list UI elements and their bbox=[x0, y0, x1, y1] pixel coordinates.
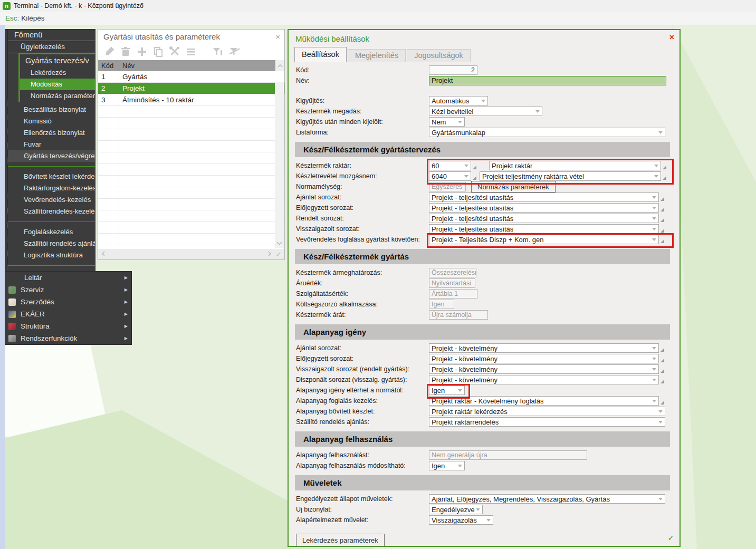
sidebar-item-rendszerfunkciok[interactable]: Rendszerfunkciók ▶ bbox=[5, 332, 131, 344]
kesztermek-megadas-dropdown[interactable]: Kézi bevitellel bbox=[429, 107, 542, 116]
clear-filter-icon[interactable] bbox=[228, 46, 240, 57]
copy-icon[interactable] bbox=[152, 46, 164, 57]
allapot-muveletek-dropdown[interactable]: Ajánlat, Előjegyzés, Megrendelés, Vissza… bbox=[429, 494, 665, 504]
resize-grip-icon[interactable] bbox=[661, 369, 664, 373]
tools-icon[interactable] bbox=[169, 46, 180, 57]
sidebar-item-raktarforgalom[interactable]: Raktárforgalom-kezelés bbox=[8, 182, 95, 194]
delete-icon[interactable] bbox=[120, 46, 131, 57]
sidebar-item-logisztika-struktura[interactable]: Logisztika struktúra bbox=[8, 249, 95, 261]
listaforma-dropdown[interactable]: Gyártásmunkalap bbox=[429, 128, 665, 137]
felhasznalas-modosithato-dropdown[interactable]: Igen bbox=[429, 461, 465, 470]
resize-grip-icon[interactable] bbox=[661, 380, 664, 383]
resize-grip-icon[interactable] bbox=[661, 401, 664, 404]
kigyujtes-dropdown[interactable]: Automatikus bbox=[429, 96, 488, 105]
sidebar-item-ellenorzes-bizonylat[interactable]: Ellenőrzés bizonylat bbox=[8, 127, 95, 139]
kesztermek-raktar-code-dropdown[interactable]: 60 bbox=[429, 161, 471, 170]
kesztermek-arat-field: Újra számolja bbox=[429, 310, 488, 320]
resize-grip-icon[interactable] bbox=[473, 166, 476, 169]
alapanyag-diszponalt-dropdown[interactable]: Projekt - követelmény bbox=[429, 375, 659, 384]
rendelt-sorozat-dropdown[interactable]: Projekt - teljesítési utasítás bbox=[429, 214, 659, 223]
lekerdezes-parameterek-button[interactable]: Lekérdezés paraméterek bbox=[296, 534, 385, 546]
close-icon[interactable]: × bbox=[275, 32, 280, 41]
foglalas-kezeles-dropdown[interactable]: Projekt raktár - Követelmény foglalás bbox=[429, 396, 659, 406]
minden-kijelolt-dropdown[interactable]: Nem bbox=[429, 117, 465, 127]
sidebar-item-szerzodes[interactable]: Szerződés ▶ bbox=[5, 296, 131, 308]
field-label: Késztermék árát: bbox=[296, 311, 429, 319]
mozgasnem-code-dropdown[interactable]: 6040 bbox=[429, 171, 471, 181]
sidebar-item-ugyletkezeles[interactable]: Ügyletkezelés bbox=[8, 41, 95, 53]
table-row[interactable]: 3 Átminősítés - 10 raktár bbox=[98, 94, 284, 106]
sidebar-item-vevorendeles[interactable]: Vevőrendelés-kezelés bbox=[8, 194, 95, 206]
section-header: Kész/Félkésztermék gyártástervezés bbox=[295, 142, 670, 157]
column-header-nev[interactable]: Név bbox=[119, 62, 275, 70]
sidebar-item-lekerdezes[interactable]: Lekérdezés bbox=[20, 67, 95, 79]
ajanlat-sorozat-dropdown[interactable]: Projekt - teljesítési utasítás bbox=[429, 192, 659, 202]
elojegyzett-sorozat-dropdown[interactable]: Projekt - teljesítési utasítás bbox=[429, 203, 659, 213]
sidebar-item-gyartas-tervezes[interactable]: Gyártás tervezés/v bbox=[20, 54, 95, 67]
sidebar-item-struktura[interactable]: Struktúra ▶ bbox=[5, 320, 131, 332]
resize-grip-icon[interactable] bbox=[661, 229, 664, 233]
alapanyag-visszaigazolt-dropdown[interactable]: Projekt - követelmény bbox=[429, 364, 659, 374]
confirm-check-icon[interactable]: ✓ bbox=[667, 533, 674, 543]
sidebar-item-modositas[interactable]: Módosítás bbox=[20, 79, 95, 90]
szallito-rendeles-ajanlas-dropdown[interactable]: Projekt raktárrendelés bbox=[429, 417, 665, 427]
tab-beallitasok[interactable]: Beállítások bbox=[294, 47, 347, 62]
resize-grip-icon[interactable] bbox=[661, 218, 664, 222]
sidebar-item-bovitett-keszlet[interactable]: Bővített készlet lekérde bbox=[8, 171, 95, 182]
vertical-scrollbar[interactable] bbox=[275, 82, 284, 248]
sidebar-item-szerviz[interactable]: Szerviz ▶ bbox=[5, 284, 131, 296]
menu-icon[interactable] bbox=[185, 46, 197, 57]
tab-jogosultsagok[interactable]: Jogosultságok bbox=[407, 49, 471, 62]
vevorendeles-foglalasa-dropdown[interactable]: Projekt - Teljesítés Diszp + Kom. gen bbox=[429, 235, 659, 244]
resize-grip-icon[interactable] bbox=[663, 166, 666, 169]
close-icon[interactable]: × bbox=[669, 33, 674, 42]
resize-grip-icon[interactable] bbox=[473, 176, 476, 180]
table-row-empty bbox=[98, 199, 284, 210]
add-icon[interactable] bbox=[136, 46, 148, 57]
bovitett-keszlet-dropdown[interactable]: Projekt raktár lekérdezés bbox=[429, 407, 665, 416]
sidebar-item-gyartas-tervezes-vegrel[interactable]: Gyártás tervezés/végrel bbox=[8, 150, 95, 162]
table-row[interactable]: 1 Gyártás bbox=[98, 71, 284, 83]
resize-grip-icon[interactable] bbox=[661, 208, 664, 211]
elterhet-normatol-dropdown[interactable]: Igen bbox=[429, 386, 465, 395]
nev-input[interactable]: Projekt bbox=[429, 76, 666, 85]
resize-grip-icon[interactable] bbox=[661, 197, 664, 201]
scroll-right-icon[interactable] bbox=[267, 249, 272, 259]
field-label: Ajánlat sorozat: bbox=[296, 194, 429, 201]
scroll-up-icon[interactable] bbox=[275, 60, 284, 71]
filter-icon[interactable] bbox=[212, 46, 223, 57]
visszaigazolt-sorozat-dropdown[interactable]: Projekt - teljesítési utasítás bbox=[429, 224, 659, 234]
resize-grip-icon[interactable] bbox=[661, 359, 664, 362]
scroll-down-icon[interactable] bbox=[276, 238, 283, 247]
table-row-selected[interactable]: 2 Projekt bbox=[98, 83, 284, 94]
sidebar-item-leltar[interactable]: Leltár ▶ bbox=[5, 272, 131, 284]
sidebar-item-fuvar[interactable]: Fuvar bbox=[8, 139, 95, 150]
tab-megjelenites[interactable]: Megjelenítés bbox=[348, 49, 406, 62]
sidebar-item-beszallitas-bizonylat[interactable]: Beszállítás bizonylat bbox=[8, 104, 95, 115]
sidebar-item-szallitorendeles[interactable]: Szállítórendelés-kezelé bbox=[8, 206, 95, 217]
scroll-left-icon[interactable] bbox=[101, 249, 106, 259]
sidebar-item-ekaer[interactable]: EKÁER ▶ bbox=[5, 308, 131, 320]
resize-grip-icon[interactable] bbox=[661, 239, 664, 243]
sidebar-item-foglalaskezeles[interactable]: Foglaláskezelés bbox=[8, 226, 95, 238]
sidebar-item-szallitoi-rendeles-ajanlas[interactable]: Szállítói rendelés ajánlá bbox=[8, 238, 95, 249]
sidebar-item-normazas-parameter[interactable]: Normázás paraméter bbox=[20, 90, 95, 102]
edit-icon[interactable] bbox=[103, 46, 115, 57]
field-label: Késztermék megadás: bbox=[296, 108, 429, 115]
resize-grip-icon[interactable] bbox=[661, 348, 664, 352]
normazas-parameterek-button[interactable]: Normázás paraméterek bbox=[471, 181, 556, 192]
mozgasnem-name-dropdown[interactable]: Projekt teljesítmény raktárra vétel bbox=[480, 171, 661, 181]
column-header-kod[interactable]: Kód bbox=[98, 62, 119, 70]
table-row-empty bbox=[98, 210, 284, 222]
exit-menu-item[interactable]: Kilépés bbox=[21, 14, 44, 22]
alapanyag-elojegyzett-dropdown[interactable]: Projekt - követelmény bbox=[429, 354, 659, 363]
confirm-check-icon[interactable]: ✓ bbox=[274, 249, 283, 259]
horizontal-scrollbar[interactable]: ✓ bbox=[98, 249, 284, 259]
armeghatarozas-field: Összeszerelésnél bbox=[429, 268, 476, 277]
kesztermek-raktar-name-dropdown[interactable]: Projekt raktár bbox=[489, 161, 661, 170]
uj-bizonylat-dropdown[interactable]: Engedélyezve bbox=[429, 505, 483, 514]
resize-grip-icon[interactable] bbox=[663, 176, 666, 180]
sidebar-item-komissio[interactable]: Komissió bbox=[8, 115, 95, 127]
alapertelmezett-muvelet-dropdown[interactable]: Visszaigazolás bbox=[429, 515, 493, 525]
alapanyag-ajanlat-dropdown[interactable]: Projekt - követelmény bbox=[429, 343, 659, 353]
